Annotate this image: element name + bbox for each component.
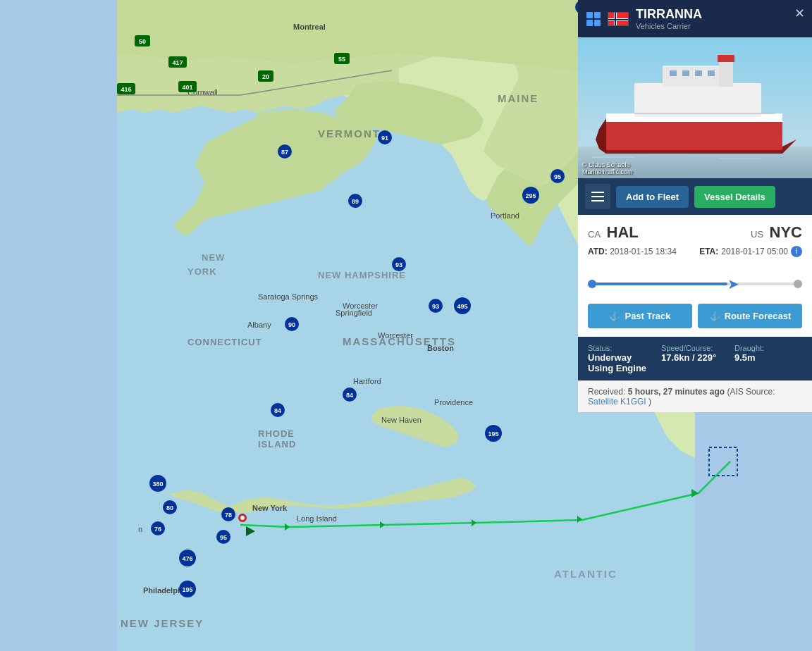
vessel-type: Vehicles Carrier bbox=[636, 22, 702, 30]
origin-info: CA HAL bbox=[588, 223, 639, 242]
svg-text:90: 90 bbox=[288, 321, 295, 328]
svg-text:76: 76 bbox=[154, 526, 161, 533]
svg-text:87: 87 bbox=[281, 149, 288, 156]
ship-illustration bbox=[578, 37, 812, 178]
photo-credit: © Claus Schaefe MarineTraffic.com bbox=[582, 161, 633, 175]
svg-text:93: 93 bbox=[395, 261, 402, 268]
svg-text:Portland: Portland bbox=[491, 211, 519, 220]
svg-text:VERMONT: VERMONT bbox=[318, 128, 381, 140]
svg-text:89: 89 bbox=[352, 198, 359, 205]
past-track-icon: ⚓ bbox=[609, 311, 620, 321]
svg-text:93: 93 bbox=[432, 303, 439, 310]
svg-text:20: 20 bbox=[262, 73, 269, 80]
svg-text:416: 416 bbox=[121, 86, 131, 93]
ship-image: © Claus Schaefe MarineTraffic.com bbox=[578, 37, 812, 178]
flag-norway bbox=[608, 12, 629, 26]
progress-start-dot bbox=[588, 280, 596, 288]
progress-fill bbox=[588, 283, 727, 285]
svg-text:MAINE: MAINE bbox=[498, 92, 539, 104]
svg-text:Saratoga Springs: Saratoga Springs bbox=[258, 292, 318, 301]
add-to-fleet-button[interactable]: Add to Fleet bbox=[616, 186, 689, 208]
progress-end-dot bbox=[794, 280, 802, 288]
svg-text:95: 95 bbox=[554, 173, 561, 180]
progress-arrow: ➤ bbox=[727, 277, 739, 291]
svg-rect-117 bbox=[606, 118, 782, 150]
svg-text:84: 84 bbox=[274, 407, 281, 414]
draught-value: 9.5m bbox=[734, 352, 802, 363]
speed-item: Speed/Course: 17.6kn / 229° bbox=[661, 344, 729, 373]
svg-text:91: 91 bbox=[381, 135, 388, 142]
svg-text:NEW JERSEY: NEW JERSEY bbox=[121, 617, 204, 629]
grid-icon bbox=[586, 12, 601, 26]
svg-rect-127 bbox=[708, 70, 715, 76]
panel-header: TIRRANNA Vehicles Carrier ✕ bbox=[578, 0, 812, 37]
close-button[interactable]: ✕ bbox=[794, 6, 805, 21]
vessel-panel: TIRRANNA Vehicles Carrier ✕ bbox=[578, 0, 812, 412]
svg-rect-122 bbox=[718, 55, 734, 62]
svg-rect-110 bbox=[608, 19, 629, 20]
svg-text:YORK: YORK bbox=[187, 266, 217, 277]
svg-text:Worcester: Worcester bbox=[343, 302, 378, 310]
svg-rect-121 bbox=[719, 58, 733, 87]
svg-text:Montreal: Montreal bbox=[293, 23, 326, 31]
received-section: Received: 5 hours, 27 minutes ago (AIS S… bbox=[578, 380, 812, 412]
svg-text:Boston: Boston bbox=[427, 344, 454, 352]
speed-value: 17.6kn / 229° bbox=[661, 352, 729, 363]
route-forecast-button[interactable]: ⚓ Route Forecast bbox=[698, 304, 802, 328]
status-value: Underway Using Engine bbox=[588, 352, 656, 373]
svg-text:ATLANTIC: ATLANTIC bbox=[554, 568, 617, 580]
eta-info-icon[interactable]: i bbox=[791, 246, 802, 257]
svg-text:55: 55 bbox=[338, 56, 345, 63]
svg-text:Worcester: Worcester bbox=[378, 331, 413, 340]
svg-rect-119 bbox=[634, 83, 761, 117]
vessel-details-button[interactable]: Vessel Details bbox=[694, 186, 775, 208]
action-bar: Add to Fleet Vessel Details bbox=[578, 178, 812, 215]
route-info: CA HAL US NYC ATD: 2018-01-15 18:34 ETA:… bbox=[578, 215, 812, 270]
vessel-name: TIRRANNA bbox=[636, 7, 702, 22]
dest-info: US NYC bbox=[751, 223, 802, 242]
status-item: Status: Underway Using Engine bbox=[588, 344, 656, 373]
svg-text:Providence: Providence bbox=[434, 398, 473, 407]
svg-text:195: 195 bbox=[488, 430, 498, 438]
svg-text:417: 417 bbox=[172, 59, 183, 66]
eta-info: ETA: 2018-01-17 05:00 i bbox=[699, 246, 802, 257]
svg-text:495: 495 bbox=[457, 303, 467, 310]
svg-text:476: 476 bbox=[182, 555, 192, 562]
svg-point-22 bbox=[240, 516, 245, 520]
svg-text:n: n bbox=[138, 525, 142, 533]
track-buttons: ⚓ Past Track ⚓ Route Forecast bbox=[578, 298, 812, 337]
svg-text:RHODE: RHODE bbox=[258, 428, 295, 439]
progress-container: ➤ bbox=[578, 270, 812, 298]
svg-text:NEW: NEW bbox=[202, 252, 225, 263]
svg-rect-124 bbox=[670, 70, 677, 76]
status-section: Status: Underway Using Engine Speed/Cour… bbox=[578, 337, 812, 380]
svg-text:ISLAND: ISLAND bbox=[258, 439, 296, 450]
svg-text:380: 380 bbox=[152, 480, 163, 488]
svg-text:New York: New York bbox=[252, 504, 288, 512]
svg-text:50: 50 bbox=[139, 38, 146, 45]
draught-item: Draught: 9.5m bbox=[734, 344, 802, 373]
svg-text:95: 95 bbox=[220, 534, 227, 541]
svg-text:78: 78 bbox=[225, 512, 232, 519]
svg-text:New Haven: New Haven bbox=[381, 416, 422, 424]
menu-button[interactable] bbox=[585, 184, 610, 209]
svg-text:295: 295 bbox=[525, 192, 536, 199]
svg-text:NEW HAMPSHIRE: NEW HAMPSHIRE bbox=[318, 270, 406, 280]
vessel-header-info: TIRRANNA Vehicles Carrier bbox=[636, 7, 702, 30]
svg-text:Albany: Albany bbox=[247, 321, 271, 329]
svg-rect-125 bbox=[682, 70, 689, 76]
svg-text:195: 195 bbox=[182, 586, 192, 593]
svg-text:Long Island: Long Island bbox=[297, 514, 337, 523]
ais-source-link[interactable]: Satellite K1GGI bbox=[588, 397, 646, 407]
route-forecast-icon: ⚓ bbox=[709, 311, 720, 321]
atd-info: ATD: 2018-01-15 18:34 bbox=[588, 247, 677, 256]
svg-rect-126 bbox=[695, 70, 702, 76]
svg-text:401: 401 bbox=[182, 84, 192, 91]
svg-text:Hartford: Hartford bbox=[353, 377, 381, 385]
past-track-button[interactable]: ⚓ Past Track bbox=[588, 304, 692, 328]
svg-text:80: 80 bbox=[166, 504, 173, 512]
svg-rect-20 bbox=[709, 447, 737, 476]
progress-bar: ➤ bbox=[588, 283, 802, 285]
svg-text:CONNECTICUT: CONNECTICUT bbox=[187, 337, 262, 347]
svg-text:84: 84 bbox=[346, 392, 353, 399]
